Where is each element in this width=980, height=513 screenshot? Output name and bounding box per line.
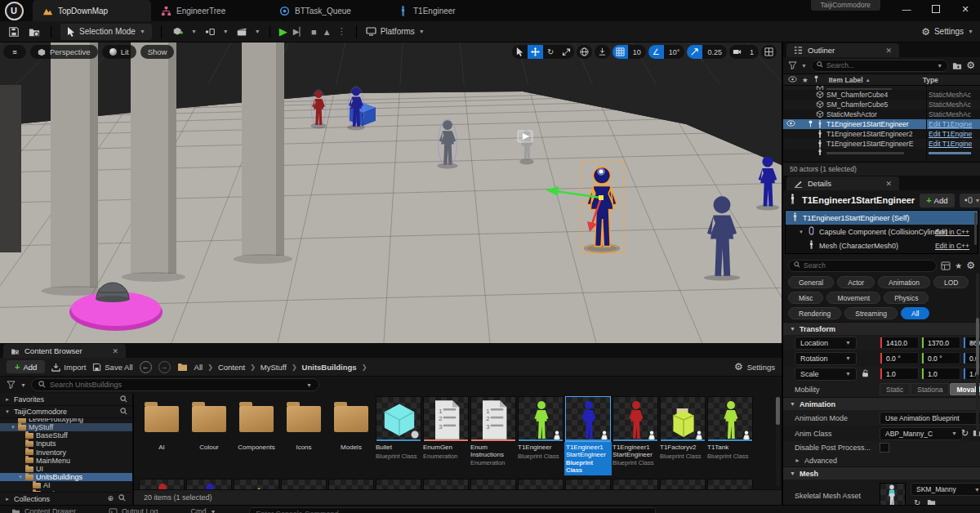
mobility-static[interactable]: Static: [880, 383, 910, 395]
asset-tile[interactable]: T1Tank Blueprint Class: [707, 396, 753, 475]
search-icon[interactable]: [120, 408, 127, 417]
asset-tile[interactable]: [234, 479, 279, 490]
breadcrumb-unitsbuildings[interactable]: UnitsBuildings: [302, 363, 357, 372]
favorites-section[interactable]: ► Favorites: [0, 394, 132, 406]
close-icon[interactable]: ✕: [885, 180, 892, 188]
details-scrollbar[interactable]: [976, 273, 979, 436]
table-row[interactable]: T1Engineer1StartEngineerEEdit T1Engine: [783, 139, 980, 149]
surface-snapping-toggle[interactable]: [595, 45, 610, 59]
cb-settings-button[interactable]: ⚙ Settings: [734, 361, 775, 372]
outliner-settings-icon[interactable]: ⚙: [966, 60, 975, 71]
minimize-button[interactable]: —: [892, 0, 921, 18]
asset-tile[interactable]: [139, 479, 185, 490]
viewport-menu-icon[interactable]: ≡: [3, 45, 26, 59]
breadcrumb-mystuff[interactable]: MyStuff: [261, 363, 287, 372]
level-viewport[interactable]: ≡ Perspective Lit Show ↻ 10: [0, 42, 782, 343]
location-x-field[interactable]: 1410.0: [880, 337, 919, 349]
tab-outliner[interactable]: Outliner ✕: [786, 43, 899, 57]
rotation-snap-value[interactable]: 10°: [664, 45, 685, 59]
cmd-dropdown[interactable]: Cmd ▼: [191, 507, 216, 513]
asset-tile[interactable]: [281, 479, 327, 490]
advanced-row[interactable]: ► Advanced: [783, 454, 980, 466]
folder-icon[interactable]: [177, 363, 188, 372]
console-command-input[interactable]: Enter Console Command: [249, 507, 656, 513]
asset-tile[interactable]: [470, 479, 516, 490]
table-row[interactable]: StaticMeshActorStaticMeshAc: [783, 109, 980, 119]
add-actor-chevron[interactable]: ▼: [191, 29, 197, 34]
breadcrumb-content[interactable]: Content: [218, 363, 245, 372]
asset-tile[interactable]: [565, 479, 611, 490]
cinematics-chevron[interactable]: ▼: [255, 29, 261, 34]
asset-tile[interactable]: [518, 479, 564, 490]
close-icon[interactable]: ✕: [112, 347, 118, 355]
cb-search-input[interactable]: Search UnitsBuildings ▼: [31, 378, 319, 391]
asset-tile[interactable]: [328, 479, 374, 490]
lit-dropdown[interactable]: Lit: [102, 45, 136, 59]
selection-mode-dropdown[interactable]: Selection Mode ▼: [60, 24, 152, 40]
tree-item-unitsbuildings[interactable]: ▼UnitsBuildings: [0, 473, 132, 481]
asset-tile[interactable]: T1Engineer Blueprint Class: [518, 396, 564, 475]
camera-speed-icon[interactable]: [729, 45, 745, 59]
play-button[interactable]: ▶: [279, 25, 287, 38]
grid-snap-toggle[interactable]: [612, 45, 628, 59]
camera-speed-value[interactable]: 1: [745, 45, 759, 59]
world-space-toggle[interactable]: [577, 45, 592, 59]
close-icon[interactable]: ✕: [885, 47, 892, 55]
content-drawer-button[interactable]: Content Drawer: [11, 507, 76, 513]
asset-tile[interactable]: 123 EnumGen Enumeration: [423, 396, 469, 475]
tab-engineertree[interactable]: EngineerTree: [151, 0, 270, 21]
asset-tile[interactable]: [707, 479, 753, 490]
blueprints-icon[interactable]: [203, 25, 217, 39]
perspective-dropdown[interactable]: Perspective: [30, 45, 98, 59]
filter-chip-rendering[interactable]: Rendering: [788, 307, 841, 319]
edit-blueprint-link[interactable]: Edit T1Engine: [929, 130, 979, 138]
filter-icon[interactable]: [788, 61, 797, 69]
settings-dropdown[interactable]: ⚙ Settings ▼: [921, 26, 973, 38]
tree-item-mystuff[interactable]: ▼MyStuff: [0, 423, 132, 431]
location-dropdown[interactable]: Location▼: [795, 337, 857, 350]
details-search-input[interactable]: Search: [788, 260, 937, 272]
tree-item-inventory[interactable]: Inventory: [0, 448, 132, 457]
filter-chip-physics[interactable]: Physics: [884, 292, 929, 304]
search-icon[interactable]: [120, 395, 127, 404]
filter-chip-lod[interactable]: LOD: [933, 276, 969, 288]
table-row[interactable]: SM_ChamferCube4StaticMeshAc: [783, 90, 980, 100]
unreal-engine-logo[interactable]: U: [0, 0, 28, 21]
filter-chip-animation[interactable]: Animation: [878, 276, 930, 288]
project-button[interactable]: TaijiCommodore: [811, 0, 880, 11]
display-options-icon[interactable]: [941, 261, 951, 270]
asset-tile[interactable]: 123 Enum Instructions Enumeration: [470, 396, 516, 475]
component-row[interactable]: Mesh (CharacterMesh0)Edit in C++: [786, 239, 978, 252]
asset-tile[interactable]: [376, 479, 421, 490]
filter-chevron[interactable]: ▼: [801, 63, 807, 69]
asset-tile[interactable]: T1Engineer1 StartEngineer Blueprint Clas…: [612, 396, 658, 475]
asset-tile[interactable]: T1Factoryv2 Blueprint Class: [660, 396, 706, 475]
close-button[interactable]: ✕: [951, 0, 980, 18]
component-row[interactable]: T1Engineer1StartEngineer (Self): [786, 211, 978, 225]
cinematics-icon[interactable]: [234, 25, 249, 39]
asset-tile[interactable]: T1Engineer1 StartEngineer Blueprint Clas…: [565, 396, 611, 475]
tree-item-mainmenu[interactable]: MainMenu: [0, 457, 132, 465]
filter-icon[interactable]: [7, 381, 16, 389]
back-icon[interactable]: ←: [140, 361, 152, 373]
move-tool[interactable]: [528, 45, 543, 59]
cb-import-button[interactable]: Import: [51, 363, 86, 372]
animation-mode-dropdown[interactable]: Use Animation Blueprint▼: [880, 412, 980, 425]
table-row-clipped[interactable]: [783, 149, 980, 155]
asset-tile[interactable]: [660, 479, 706, 490]
add-actor-icon[interactable]: [171, 25, 185, 39]
platforms-dropdown[interactable]: Platforms ▼: [366, 27, 425, 36]
add-collection-icon[interactable]: ⊕: [107, 494, 114, 503]
folder-tile-colour[interactable]: Colour: [186, 396, 232, 475]
rotation-y-field[interactable]: 0.0 °: [921, 352, 960, 364]
asset-tile[interactable]: [612, 479, 658, 490]
stop-button[interactable]: ■: [311, 27, 317, 37]
table-row[interactable]: T1Engineer1StartEngineer2Edit T1Engine: [783, 129, 980, 139]
component-tree-scrollbar[interactable]: [974, 212, 977, 245]
scale-snap-toggle[interactable]: [687, 45, 702, 59]
browse-content-icon[interactable]: [27, 25, 42, 39]
grid-snap-value[interactable]: 10: [628, 45, 646, 59]
tree-item-inputs[interactable]: Inputs: [0, 439, 132, 448]
edit-blueprint-link[interactable]: Edit T1Engine: [929, 140, 979, 148]
table-row[interactable]: T1Engineer1StartEngineerEdit T1Engine: [783, 119, 980, 129]
